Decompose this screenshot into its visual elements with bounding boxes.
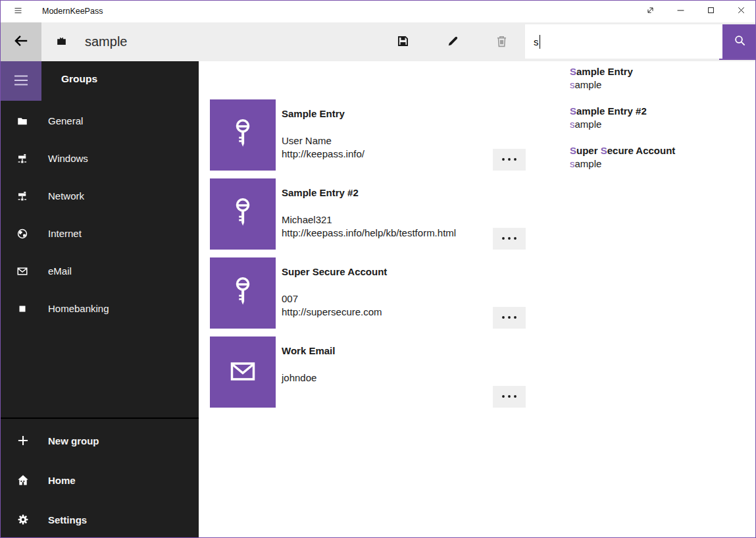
entry-url: http://supersecure.com xyxy=(282,306,382,319)
entry-title: Sample Entry #2 xyxy=(282,187,359,198)
more-button[interactable] xyxy=(493,307,526,329)
suggestion-subtitle-part: ample xyxy=(575,158,602,169)
sidebar-item-label: Windows xyxy=(48,153,88,164)
sidebar-action-label: Settings xyxy=(48,514,87,525)
hamburger-icon xyxy=(12,72,30,90)
fullscreen-button[interactable] xyxy=(635,1,665,22)
text-caret xyxy=(540,35,540,49)
hamburger-icon xyxy=(13,7,23,16)
delete-button[interactable] xyxy=(486,22,517,61)
search-suggestion-sample-entry[interactable]: Sample Entry sample xyxy=(570,65,747,92)
database-title: sample xyxy=(85,22,127,61)
home-icon xyxy=(16,473,30,487)
search-suggestion-sample-entry-2[interactable]: Sample Entry #2 sample xyxy=(570,105,747,131)
sidebar-action-home[interactable]: Home xyxy=(1,460,199,500)
titlebar-hamburger-button[interactable] xyxy=(5,1,31,22)
sidebar-action-new-group[interactable]: New group xyxy=(1,421,199,460)
gear-icon xyxy=(16,513,30,526)
suggestion-subtitle-part: s xyxy=(570,158,575,169)
sidebar-item-network[interactable]: Network xyxy=(1,177,199,215)
sidebar-item-label: eMail xyxy=(48,265,72,277)
sidebar-item-label: Internet xyxy=(48,228,82,239)
close-button[interactable] xyxy=(726,1,756,22)
entry-title: Sample Entry xyxy=(282,108,345,119)
search-input-value: s xyxy=(534,36,539,47)
maximize-button[interactable] xyxy=(695,1,726,22)
back-button[interactable] xyxy=(1,22,41,61)
key-icon xyxy=(232,118,254,153)
entry-url: http://keepass.info/ xyxy=(282,148,365,161)
entry-tile[interactable] xyxy=(210,257,276,329)
suggestion-title-part: ample Entry #2 xyxy=(576,105,647,117)
entry-details: 007http://supersecure.com xyxy=(282,292,382,319)
entry-details: User Namehttp://keepass.info/ xyxy=(282,134,365,161)
suggestion-title: Super Secure Account xyxy=(570,144,747,157)
search-submit-button[interactable] xyxy=(722,24,756,59)
suggestion-subtitle-part: s xyxy=(570,79,575,90)
search-flyout-border xyxy=(719,59,756,60)
search-suggestion-super-secure-account[interactable]: Super Secure Account sample xyxy=(570,144,747,171)
sidebar-item-homebanking[interactable]: Homebanking xyxy=(1,290,199,327)
square-icon xyxy=(16,303,28,315)
entry-sample-entry-2: Sample Entry #2 Michael321http://keepass… xyxy=(210,178,526,250)
sidebar-item-email[interactable]: eMail xyxy=(1,252,199,290)
close-icon xyxy=(736,5,747,18)
suggestion-title: Sample Entry xyxy=(570,65,747,78)
entry-title: Super Secure Account xyxy=(282,266,387,277)
suggestion-title-part: S xyxy=(601,145,607,156)
ellipsis-icon xyxy=(501,313,518,323)
sidebar-hamburger-button[interactable] xyxy=(1,61,41,101)
sidebar-item-label: General xyxy=(48,115,83,126)
sidebar-separator xyxy=(1,417,199,419)
maximize-icon xyxy=(705,5,717,18)
suggestion-subtitle: sample xyxy=(570,157,747,171)
sidebar-item-internet[interactable]: Internet xyxy=(1,215,199,252)
entry-url: http://keepass.info/help/kb/testform.htm… xyxy=(282,227,456,240)
trash-icon xyxy=(495,34,509,50)
sidebar-action-label: New group xyxy=(48,435,99,446)
suggestion-subtitle: sample xyxy=(570,78,747,92)
suggestion-title-part: S xyxy=(570,145,576,156)
key-icon xyxy=(232,197,254,232)
entry-tile[interactable] xyxy=(210,99,276,171)
plus-icon xyxy=(16,434,30,447)
sidebar-item-label: Network xyxy=(48,190,84,202)
back-arrow-icon xyxy=(13,32,30,51)
sidebar-action-label: Home xyxy=(48,475,76,486)
more-button[interactable] xyxy=(493,386,526,408)
app-title: ModernKeePass xyxy=(42,1,103,22)
more-button[interactable] xyxy=(493,149,526,171)
sidebar-item-general[interactable]: General xyxy=(1,102,199,140)
suggestion-title-part: ecure Account xyxy=(607,145,676,156)
suggestion-subtitle-part: ample xyxy=(575,79,602,90)
entry-tile[interactable] xyxy=(210,336,276,408)
ellipsis-icon xyxy=(501,234,518,244)
envelope-icon xyxy=(225,357,261,388)
more-button[interactable] xyxy=(493,228,526,250)
network-computer-icon xyxy=(16,153,28,165)
folder-icon xyxy=(16,115,28,127)
suggestion-title-part: ample Entry xyxy=(576,66,633,77)
entry-username: Michael321 xyxy=(282,213,456,227)
suggestion-subtitle-part: ample xyxy=(575,119,602,130)
save-button[interactable] xyxy=(387,22,418,61)
suggestion-title-part: S xyxy=(570,105,576,117)
sidebar-item-windows[interactable]: Windows xyxy=(1,140,199,177)
entry-title: Work Email xyxy=(282,345,335,356)
sidebar-action-settings[interactable]: Settings xyxy=(1,500,199,538)
minimize-icon xyxy=(675,5,686,18)
magnifier-icon xyxy=(733,34,747,49)
envelope-icon xyxy=(16,265,28,277)
search-input[interactable]: s xyxy=(525,24,722,59)
app-window: ModernKeePass sample xyxy=(0,0,756,538)
minimize-button[interactable] xyxy=(665,1,695,22)
edit-button[interactable] xyxy=(437,22,468,61)
entry-username: 007 xyxy=(282,292,382,306)
ellipsis-icon xyxy=(501,392,518,402)
entry-tile[interactable] xyxy=(210,178,276,250)
key-icon xyxy=(232,276,254,311)
pencil-icon xyxy=(446,34,460,50)
title-bar: ModernKeePass xyxy=(1,1,755,22)
ellipsis-icon xyxy=(501,155,518,165)
entry-details: johndoe xyxy=(282,371,316,385)
